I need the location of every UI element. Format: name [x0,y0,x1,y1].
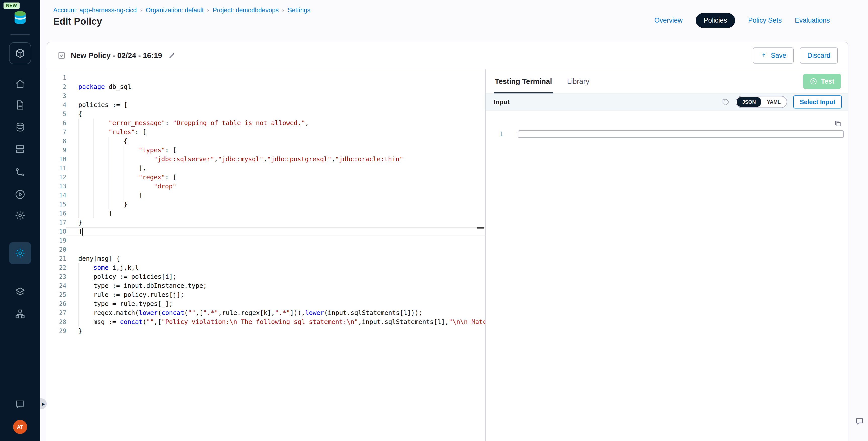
code-line-12[interactable]: 12"regex": [ [47,173,485,182]
code-line-17[interactable]: 17} [47,218,485,227]
discard-button[interactable]: Discard [800,48,838,64]
code-line-22[interactable]: 22some i,j,k,l [47,263,485,272]
servers-icon[interactable] [14,144,26,155]
policy-header: New Policy - 02/24 - 16:19 Save Discard [47,42,848,69]
test-button[interactable]: Test [803,74,841,89]
terminal-tab-testing-terminal[interactable]: Testing Terminal [494,69,553,93]
code-token: policy := policies[i]; [93,273,177,280]
code-line-23[interactable]: 23policy := policies[i]; [47,272,485,281]
code-line-19[interactable]: 19 [47,236,485,245]
indent-guide [79,173,93,182]
code-token: package [79,83,105,90]
line-number: 27 [47,308,66,317]
code-line-28[interactable]: 28msg := concat("",["Policy violation:\n… [47,317,485,326]
save-button[interactable]: Save [753,48,794,64]
file-icon[interactable] [14,99,26,111]
line-number: 17 [47,218,66,227]
home-icon[interactable] [14,78,26,89]
code-line-24[interactable]: 24type := input.dbInstance.type; [47,281,485,290]
code-line-2[interactable]: 2package db_sql [47,83,485,91]
executions-icon[interactable] [14,189,26,200]
indent-guide [79,300,93,308]
code-token: "jdbc:postgresql" [267,155,332,163]
terminal-tabs: Testing TerminalLibrary [494,69,603,93]
discard-label: Discard [807,52,830,60]
code-line-5[interactable]: 5{ [47,109,485,119]
line-number: 23 [47,272,66,281]
code-line-25[interactable]: 25rule := policy.rules[j]; [47,290,485,300]
harness-logo[interactable] [11,8,29,27]
line-number: 9 [47,146,66,155]
code-line-1[interactable]: 1 [47,73,485,83]
line-number: 18 [47,227,66,236]
nav-tab-overview[interactable]: Overview [654,17,683,24]
nav-tab-evaluations[interactable]: Evaluations [795,17,830,24]
indent-guide [108,173,124,182]
code-line-7[interactable]: 7"rules": [ [47,128,485,137]
code-content: } [66,200,485,209]
code-content: policy := policies[i]; [66,272,485,281]
code-line-3[interactable]: 3 [47,91,485,100]
line-number: 28 [47,317,66,326]
indent-guide [93,128,108,137]
indent-guide [93,209,108,218]
chat-support-icon[interactable] [14,399,26,410]
collapse-expand-icon[interactable]: ▶ [40,398,47,409]
input-editor-row: 1 [486,130,848,138]
code-line-9[interactable]: 9"types": [ [47,146,485,155]
select-input-button[interactable]: Select Input [793,95,842,108]
pipelines-icon[interactable] [14,167,26,178]
terminal-tab-library[interactable]: Library [566,69,590,93]
project-settings-gear-icon[interactable] [9,242,31,264]
code-line-11[interactable]: 11], [47,164,485,173]
line-number: 24 [47,281,66,290]
indent-guide [124,182,138,191]
database-icon[interactable] [14,122,26,133]
nav-tab-policy-sets[interactable]: Policy Sets [748,17,782,24]
copy-icon[interactable] [834,120,842,128]
avatar[interactable]: AT [13,420,27,434]
code-line-6[interactable]: 6"error_message": "Dropping of table is … [47,119,485,128]
tag-icon[interactable] [721,98,730,106]
code-line-4[interactable]: 4policies := [ [47,100,485,109]
input-editor[interactable]: 1 [486,111,848,441]
help-chat-icon[interactable] [855,417,864,426]
code-line-16[interactable]: 16] [47,209,485,218]
code-line-26[interactable]: 26type = rule.types[_]; [47,300,485,308]
code-line-8[interactable]: 8{ [47,137,485,146]
code-line-27[interactable]: 27regex.match(lower(concat("",[".*",rule… [47,308,485,317]
code-line-13[interactable]: 13"drop" [47,182,485,191]
code-line-18[interactable]: 18] [47,227,485,236]
code-token: "regex" [138,174,165,181]
rego-code-editor[interactable]: 12package db_sql34policies := [5{6"error… [47,69,486,441]
code-line-10[interactable]: 10"jdbc:sqlserver","jdbc:mysql","jdbc:po… [47,155,485,164]
code-line-21[interactable]: 21deny[msg] { [47,254,485,263]
module-switcher-cube-icon[interactable] [9,42,31,64]
format-yaml-toggle[interactable]: YAML [761,97,786,107]
indent-guide [79,155,93,164]
edit-name-icon[interactable] [168,52,175,59]
layers-icon[interactable] [14,286,26,297]
policy-check-icon [57,51,66,60]
input-json-field[interactable] [518,130,844,138]
code-token: ,rule.regex[k], [218,309,275,316]
code-line-15[interactable]: 15} [47,200,485,209]
line-number: 29 [47,326,66,336]
nav-tab-policies[interactable]: Policies [696,13,735,28]
code-line-29[interactable]: 29} [47,326,485,336]
format-json-toggle[interactable]: JSON [737,97,761,107]
code-line-20[interactable]: 20 [47,245,485,254]
code-content: some i,j,k,l [66,263,485,272]
breadcrumb-item[interactable]: Settings [288,6,310,14]
indent-guide [124,164,138,173]
settings-gear-icon[interactable] [14,210,26,221]
breadcrumb-item[interactable]: Account: app-harness-ng-cicd [53,6,136,14]
code-line-14[interactable]: 14] [47,191,485,200]
breadcrumb-item[interactable]: Project: demodbdevops [213,6,279,14]
input-line-number: 1 [486,131,503,138]
breadcrumb-item[interactable]: Organization: default [146,6,204,14]
code-content: msg := concat("",["Policy violation:\n T… [66,317,485,326]
input-bar: Input JSONYAML Select Input [486,93,848,111]
input-bar-actions: JSONYAML Select Input [721,95,842,108]
org-structure-icon[interactable] [14,308,26,319]
